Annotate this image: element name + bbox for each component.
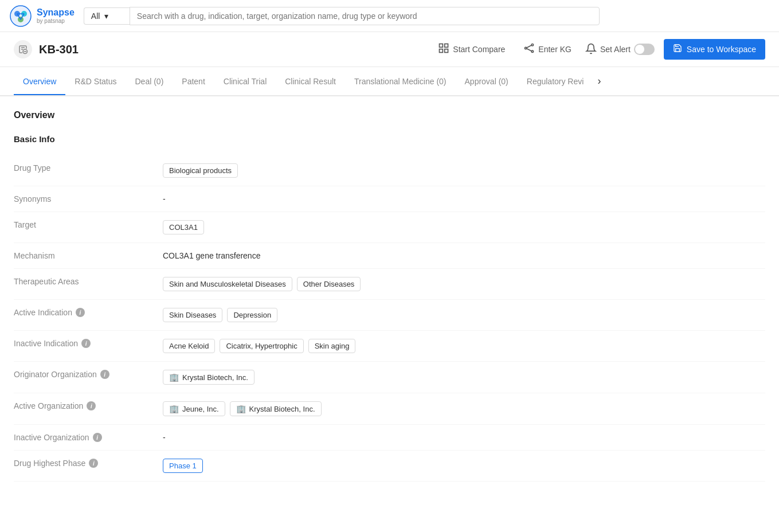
svg-point-0 — [10, 6, 31, 26]
chevron-down-icon: ▾ — [104, 11, 108, 21]
tag-krystal-biotech-active[interactable]: 🏢 Krystal Biotech, Inc. — [230, 401, 322, 416]
svg-line-16 — [527, 48, 531, 50]
tag-jeune-inc[interactable]: 🏢 Jeune, Inc. — [163, 401, 225, 416]
tag-cicatrix[interactable]: Cicatrix, Hypertrophic — [220, 339, 303, 353]
drug-type-row: Drug Type Biological products — [14, 155, 765, 186]
therapeutic-areas-row: Therapeutic Areas Skin and Musculoskelet… — [14, 269, 765, 300]
tag-skin-diseases[interactable]: Skin Diseases — [163, 308, 222, 322]
building-icon: 🏢 — [169, 373, 179, 382]
inactive-org-text: - — [163, 433, 166, 442]
logo-area: Synapse by patsnap — [9, 5, 75, 28]
mechanism-text: COL3A1 gene transference — [163, 251, 260, 260]
tag-skin-musculoskeletal[interactable]: Skin and Musculoskeletal Diseases — [163, 277, 292, 291]
originator-org-info-icon[interactable]: i — [100, 370, 109, 379]
svg-rect-8 — [440, 44, 443, 47]
drug-pill-icon — [14, 40, 32, 58]
originator-org-label: Originator Organization i — [14, 370, 163, 379]
search-dropdown[interactable]: All ▾ — [84, 7, 130, 25]
basic-info-title: Basic Info — [14, 134, 765, 144]
mechanism-row: Mechanism COL3A1 gene transference — [14, 243, 765, 269]
drug-name: KB-301 — [39, 43, 433, 56]
svg-rect-10 — [445, 49, 448, 52]
active-org-info-icon[interactable]: i — [87, 401, 96, 410]
logo-byline: by patsnap — [37, 18, 75, 24]
logo-name: Synapse — [37, 7, 75, 18]
originator-org-row: Originator Organization i 🏢 Krystal Biot… — [14, 362, 765, 393]
inactive-org-row: Inactive Organization i - — [14, 425, 765, 451]
tag-acne-keloid[interactable]: Acne Keloid — [163, 339, 215, 353]
dropdown-value: All — [91, 11, 100, 21]
active-indication-value: Skin Diseases Depression — [163, 308, 765, 322]
tag-depression[interactable]: Depression — [227, 308, 277, 322]
tabs-bar: Overview R&D Status Deal (0) Patent Clin… — [0, 67, 779, 96]
inactive-indication-info-icon[interactable]: i — [81, 339, 91, 348]
svg-point-13 — [532, 44, 534, 45]
therapeutic-areas-label: Therapeutic Areas — [14, 277, 163, 286]
active-indication-row: Active Indication i Skin Diseases Depres… — [14, 300, 765, 331]
save-to-workspace-button[interactable]: Save to Workspace — [664, 39, 765, 60]
start-compare-label: Start Compare — [453, 45, 505, 54]
synapse-logo-icon — [9, 5, 32, 28]
therapeutic-areas-value: Skin and Musculoskeletal Diseases Other … — [163, 277, 765, 291]
tabs-more-icon[interactable]: › — [593, 67, 605, 95]
save-to-workspace-label: Save to Workspace — [687, 45, 756, 54]
synonyms-row: Synonyms - — [14, 186, 765, 212]
tab-clinical-trial[interactable]: Clinical Trial — [214, 69, 276, 95]
drug-highest-phase-label: Drug Highest Phase i — [14, 459, 163, 468]
tab-patent[interactable]: Patent — [173, 69, 214, 95]
synonyms-value: - — [163, 194, 765, 204]
search-area: All ▾ — [84, 7, 600, 25]
drug-highest-phase-row: Drug Highest Phase i Phase 1 — [14, 451, 765, 482]
svg-point-12 — [525, 47, 527, 49]
tag-col3a1[interactable]: COL3A1 — [163, 220, 204, 234]
kg-icon — [523, 42, 535, 57]
tag-phase-1[interactable]: Phase 1 — [163, 459, 203, 473]
active-org-label: Active Organization i — [14, 401, 163, 410]
drug-highest-phase-value: Phase 1 — [163, 459, 765, 473]
svg-line-15 — [527, 45, 531, 48]
building-icon: 🏢 — [169, 404, 179, 413]
enter-kg-button[interactable]: Enter KG — [519, 40, 576, 59]
target-label: Target — [14, 220, 163, 229]
mechanism-value: COL3A1 gene transference — [163, 251, 765, 260]
inactive-org-value: - — [163, 433, 765, 442]
inactive-indication-label: Inactive Indication i — [14, 339, 163, 348]
search-input[interactable] — [130, 7, 600, 25]
active-indication-info-icon[interactable]: i — [76, 308, 85, 317]
start-compare-button[interactable]: Start Compare — [433, 40, 510, 59]
inactive-org-info-icon[interactable]: i — [93, 433, 102, 442]
set-alert-wrap: Set Alert — [585, 43, 655, 56]
active-org-row: Active Organization i 🏢 Jeune, Inc. 🏢 Kr… — [14, 393, 765, 425]
tab-approval[interactable]: Approval (0) — [456, 69, 518, 95]
drug-highest-phase-info-icon[interactable]: i — [89, 459, 98, 468]
active-org-value: 🏢 Jeune, Inc. 🏢 Krystal Biotech, Inc. — [163, 401, 765, 416]
set-alert-label: Set Alert — [600, 45, 631, 54]
inactive-indication-value: Acne Keloid Cicatrix, Hypertrophic Skin … — [163, 339, 765, 353]
tag-other-diseases[interactable]: Other Diseases — [297, 277, 361, 291]
action-buttons: Start Compare Enter KG Set — [433, 39, 765, 60]
tab-overview[interactable]: Overview — [14, 69, 65, 95]
active-indication-label: Active Indication i — [14, 308, 163, 317]
inactive-org-label: Inactive Organization i — [14, 433, 163, 442]
tag-skin-aging[interactable]: Skin aging — [308, 339, 356, 353]
synonyms-text: - — [163, 194, 166, 204]
tab-translational-medicine[interactable]: Translational Medicine (0) — [345, 69, 456, 95]
svg-point-14 — [532, 50, 534, 52]
tab-regulatory-review[interactable]: Regulatory Revi — [518, 69, 593, 95]
enter-kg-label: Enter KG — [538, 45, 571, 54]
tab-clinical-result[interactable]: Clinical Result — [276, 69, 345, 95]
svg-rect-9 — [445, 44, 448, 47]
synonyms-label: Synonyms — [14, 194, 163, 204]
compare-icon — [438, 42, 449, 57]
tag-biological-products: Biological products — [163, 163, 238, 178]
logo-text: Synapse by patsnap — [37, 7, 75, 24]
tag-krystal-biotech-originator[interactable]: 🏢 Krystal Biotech, Inc. — [163, 370, 255, 385]
drug-title-bar: KB-301 Start Compare — [0, 32, 779, 67]
tab-deal[interactable]: Deal (0) — [126, 69, 173, 95]
building-icon: 🏢 — [236, 404, 246, 413]
save-icon — [673, 44, 682, 55]
set-alert-toggle[interactable] — [634, 44, 655, 55]
tab-rd-status[interactable]: R&D Status — [65, 69, 126, 95]
main-content: Overview Basic Info Drug Type Biological… — [0, 96, 779, 495]
drug-type-label: Drug Type — [14, 163, 163, 173]
